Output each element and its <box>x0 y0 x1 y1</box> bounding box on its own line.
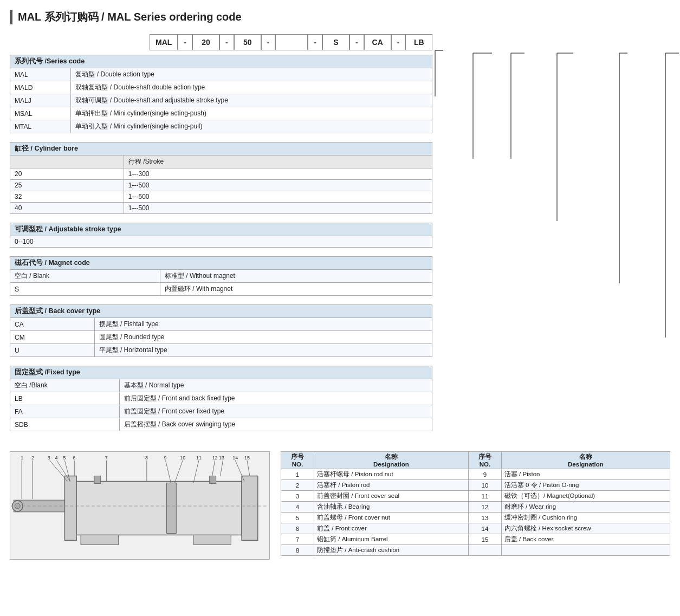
parts-desc-13: 缓冲密封圈 / Cushion ring <box>501 513 670 523</box>
code-dash1: - <box>178 34 192 50</box>
series-code-4: MSAL <box>10 107 71 120</box>
magnet-header-row: 磁石代号 / Magnet code <box>10 257 432 270</box>
svg-rect-33 <box>167 483 177 533</box>
code-lb: LB <box>405 34 432 50</box>
bore-sub-left <box>10 155 124 168</box>
parts-no-15: 15 <box>468 534 501 545</box>
bore-sub-header-row: 行程 /Stroke <box>10 155 432 168</box>
parts-row-5: 5 前盖螺母 / Front cover nut 13 缓冲密封圈 / Cush… <box>281 513 670 523</box>
bore-row-1: 20 1---300 <box>10 168 432 180</box>
svg-text:6: 6 <box>73 455 75 461</box>
bore-size-4: 40 <box>10 203 124 214</box>
svg-text:9: 9 <box>164 455 167 461</box>
parts-desc-5: 前盖螺母 / Front cover nut <box>314 513 469 523</box>
back-cover-desc-3: 平尾型 / Horizontal type <box>94 344 432 357</box>
back-cover-code-2: CM <box>10 331 95 344</box>
series-header-row: 系列代号 /Series code <box>10 55 432 68</box>
col-no-left: 序号NO. <box>281 452 314 469</box>
parts-row-4: 4 含油轴承 / Bearing 12 耐磨环 / Wear ring <box>281 502 670 513</box>
parts-no-5: 5 <box>281 513 314 523</box>
code-dash5: - <box>349 34 364 50</box>
code-s: S <box>322 34 349 50</box>
parts-no-8: 8 <box>281 545 314 556</box>
magnet-section: 磁石代号 / Magnet code 空白 / Blank 标准型 / With… <box>10 256 432 296</box>
back-cover-section: 后盖型式 / Back cover type CA 摆尾型 / Fishtail… <box>10 304 432 357</box>
series-desc-3: 双轴可调型 / Double-shaft and adjustable stro… <box>71 94 432 107</box>
bore-row-2: 25 1---500 <box>10 180 432 191</box>
adjustable-header-row: 可调型程 / Adjustable stroke type <box>10 223 432 236</box>
magnet-row-2: S 内置磁环 / With magnet <box>10 283 432 296</box>
parts-desc-10: 活活塞 0 令 / Piston O-ring <box>501 480 670 491</box>
parts-no-11: 11 <box>468 491 501 502</box>
parts-no-3: 3 <box>281 491 314 502</box>
bore-header-row: 缸径 / Cylinder bore <box>10 142 432 155</box>
fixed-row-1: 空白 /Blank 基本型 / Normal type <box>10 379 432 392</box>
bore-table: 缸径 / Cylinder bore 行程 /Stroke 20 1---300… <box>10 142 432 214</box>
magnet-code-1: 空白 / Blank <box>10 270 160 283</box>
bore-stroke-3: 1---500 <box>124 191 432 203</box>
svg-text:15: 15 <box>244 455 250 461</box>
svg-rect-29 <box>70 481 242 535</box>
magnet-header: 磁石代号 / Magnet code <box>10 257 432 270</box>
svg-rect-31 <box>64 476 76 541</box>
parts-desc-1: 活塞杆螺母 / Piston rod nut <box>314 469 469 480</box>
fixed-desc-4: 后盖摇摆型 / Back cover swinging type <box>119 418 432 431</box>
parts-no-2: 2 <box>281 480 314 491</box>
back-cover-row-1: CA 摆尾型 / Fishtail type <box>10 318 432 331</box>
svg-rect-36 <box>210 476 216 484</box>
fixed-header-row: 固定型式 /Fixed type <box>10 366 432 379</box>
fixed-code-4: SDB <box>10 418 120 431</box>
parts-desc-2: 活塞杆 / Piston rod <box>314 480 469 491</box>
svg-text:7: 7 <box>105 455 108 461</box>
series-desc-5: 单动引入型 / Mini cylinder(single acting-pull… <box>71 120 432 133</box>
bore-stroke-4: 1---500 <box>124 203 432 214</box>
fixed-desc-1: 基本型 / Normal type <box>119 379 432 392</box>
series-header: 系列代号 /Series code <box>10 55 432 68</box>
parts-row-8: 8 防撞垫片 / Anti-crash cushion <box>281 545 670 556</box>
cylinder-diagram: 1 2 3 4 5 6 7 8 9 10 11 12 13 14 15 <box>10 451 270 560</box>
svg-rect-35 <box>94 476 101 484</box>
svg-text:14: 14 <box>232 455 238 461</box>
bore-row-4: 40 1---500 <box>10 203 432 214</box>
series-desc-4: 单动押出型 / Mini cylinder(single acting-push… <box>71 107 432 120</box>
svg-rect-52 <box>81 535 118 544</box>
parts-row-6: 6 前盖 / Front cover 14 内六角螺栓 / Hex socket… <box>281 523 670 534</box>
fixed-table: 固定型式 /Fixed type 空白 /Blank 基本型 / Normal … <box>10 366 432 431</box>
adjustable-value-1: 0--100 <box>10 236 432 248</box>
svg-point-55 <box>15 503 20 509</box>
parts-desc-8: 防撞垫片 / Anti-crash cushion <box>314 545 469 556</box>
bore-sub-right: 行程 /Stroke <box>124 155 432 168</box>
page-title: MAL 系列订购码 / MAL Series ordering code <box>10 10 670 24</box>
parts-no-6: 6 <box>281 523 314 534</box>
svg-text:5: 5 <box>63 455 66 461</box>
magnet-desc-1: 标准型 / Without magnet <box>160 270 432 283</box>
bore-size-1: 20 <box>10 168 124 180</box>
cylinder-svg: 1 2 3 4 5 6 7 8 9 10 11 12 13 14 15 <box>10 452 269 559</box>
bore-size-2: 25 <box>10 180 124 191</box>
parts-desc-blank <box>501 545 670 556</box>
parts-desc-14: 内六角螺栓 / Hex socket screw <box>501 523 670 534</box>
tables-column: MAL - 20 - 50 - - S - CA - LB 系列代号 /Seri… <box>10 34 432 436</box>
series-row-5: MTAL 单动引入型 / Mini cylinder(single acting… <box>10 120 432 133</box>
back-cover-desc-2: 圆尾型 / Rounded type <box>94 331 432 344</box>
adjustable-header: 可调型程 / Adjustable stroke type <box>10 223 432 236</box>
series-code-2: MALD <box>10 81 71 94</box>
svg-rect-32 <box>242 476 258 541</box>
parts-row-2: 2 活塞杆 / Piston rod 10 活活塞 0 令 / Piston O… <box>281 480 670 491</box>
code-ca: CA <box>364 34 391 50</box>
parts-desc-7: 铝缸筒 / Aluminum Barrel <box>314 534 469 545</box>
parts-no-4: 4 <box>281 502 314 513</box>
series-row-4: MSAL 单动押出型 / Mini cylinder(single acting… <box>10 107 432 120</box>
svg-text:1: 1 <box>21 455 23 461</box>
bore-header: 缸径 / Cylinder bore <box>10 142 432 155</box>
parts-no-blank <box>468 545 501 556</box>
code-mal: MAL <box>150 34 178 50</box>
parts-desc-11: 磁铁（可选）/ Magnet(Optional) <box>501 491 670 502</box>
code-50: 50 <box>234 34 261 50</box>
series-code-3: MALJ <box>10 94 71 107</box>
svg-text:11: 11 <box>196 455 202 461</box>
col-no-right: 序号NO. <box>468 452 501 469</box>
magnet-row-1: 空白 / Blank 标准型 / Without magnet <box>10 270 432 283</box>
parts-row-7: 7 铝缸筒 / Aluminum Barrel 15 后盖 / Back cov… <box>281 534 670 545</box>
adjustable-section: 可调型程 / Adjustable stroke type 0--100 <box>10 223 432 248</box>
